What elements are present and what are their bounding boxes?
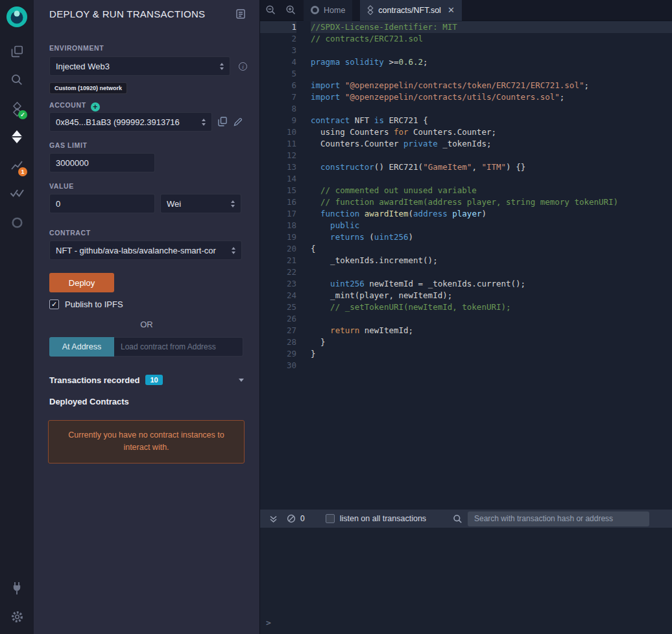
- zoom-out-icon[interactable]: [263, 3, 278, 18]
- code-line[interactable]: contract NFT is ERC721 {: [311, 115, 672, 126]
- line-number: 25: [260, 301, 296, 313]
- publish-ipfs-checkbox[interactable]: ✓: [49, 299, 59, 309]
- contract-label: CONTRACT: [49, 229, 91, 237]
- value-unit-select[interactable]: Wei: [160, 194, 241, 213]
- code-line[interactable]: // function awardItem(address player, st…: [311, 196, 672, 208]
- account-select[interactable]: 0x845...B1aB3 (999992.3913716: [49, 112, 212, 132]
- code-line[interactable]: using Counters for Counters.Counter;: [311, 126, 672, 138]
- analytics-icon[interactable]: [0, 152, 34, 178]
- terminal-search: [453, 511, 649, 526]
- code-line[interactable]: Counters.Counter private _tokenIds;: [311, 138, 672, 150]
- debugger-icon[interactable]: [0, 209, 34, 235]
- nft-tab-label: contracts/NFT.sol: [378, 6, 441, 15]
- code-line[interactable]: _tokenIds.increment();: [311, 255, 672, 266]
- gas-limit-input[interactable]: [49, 153, 155, 172]
- deploy-button[interactable]: Deploy: [49, 273, 114, 292]
- chevron-down-icon[interactable]: [239, 379, 244, 382]
- line-number: 4: [260, 56, 296, 68]
- terminal-search-input[interactable]: [468, 511, 649, 526]
- line-number: 20: [260, 243, 296, 255]
- line-number: 14: [260, 173, 296, 185]
- code-line[interactable]: // commented out unused variable: [311, 185, 672, 196]
- line-number: 23: [260, 278, 296, 290]
- line-number: 10: [260, 126, 296, 138]
- remix-logo[interactable]: [0, 4, 34, 30]
- collapse-terminal-icon[interactable]: [265, 511, 281, 526]
- code-line[interactable]: [311, 313, 672, 325]
- tab-home[interactable]: Home: [304, 0, 352, 21]
- line-number: 9: [260, 115, 296, 126]
- code-line[interactable]: [311, 68, 672, 80]
- code-line[interactable]: //SPDX-License-Identifier: MIT: [311, 21, 672, 33]
- code-line[interactable]: }: [311, 348, 672, 360]
- environment-select[interactable]: Injected Web3: [49, 56, 230, 76]
- contract-select[interactable]: NFT - github/ava-labs/avalanche-smart-co…: [49, 241, 242, 260]
- scenario-doc-icon[interactable]: [236, 9, 245, 19]
- line-number: 15: [260, 185, 296, 196]
- remix-logo-icon: [5, 5, 29, 29]
- close-tab-icon[interactable]: ✕: [448, 5, 455, 15]
- terminal-log[interactable]: >: [260, 528, 672, 634]
- line-number: 2: [260, 33, 296, 45]
- sign-message-icon[interactable]: [234, 117, 243, 126]
- code-line[interactable]: // _setTokenURI(newItemId, tokenURI);: [311, 301, 672, 313]
- code-line[interactable]: pragma solidity >=0.6.2;: [311, 56, 672, 68]
- code-line[interactable]: [311, 266, 672, 278]
- line-number: 17: [260, 208, 296, 220]
- value-label: VALUE: [49, 182, 74, 190]
- code-line[interactable]: [311, 103, 672, 115]
- at-address-input[interactable]: [114, 337, 243, 357]
- terminal-toolbar: 0 listen on all transactions: [260, 510, 672, 528]
- contract-value: NFT - github/ava-labs/avalanche-smart-co…: [56, 246, 228, 255]
- code-line[interactable]: import "@openzeppelin/contracts/token/ER…: [311, 80, 672, 91]
- code-line[interactable]: {: [311, 243, 672, 255]
- code-line[interactable]: function awardItem(address player): [311, 208, 672, 220]
- deploy-run-icon[interactable]: [0, 124, 34, 150]
- line-number: 5: [260, 68, 296, 80]
- clear-console-icon[interactable]: [283, 511, 299, 526]
- line-number: 1: [260, 21, 296, 33]
- line-number: 12: [260, 150, 296, 161]
- network-badge: Custom (10920) network: [49, 82, 127, 94]
- code-line[interactable]: [311, 173, 672, 185]
- value-input[interactable]: [49, 194, 155, 213]
- code-line[interactable]: _mint(player, newItemId);: [311, 290, 672, 301]
- plugin-manager-icon[interactable]: [0, 575, 34, 601]
- line-number: 6: [260, 80, 296, 91]
- transactions-recorded-row[interactable]: Transactions recorded 10: [49, 375, 244, 385]
- line-number: 3: [260, 45, 296, 56]
- code-line[interactable]: import "@openzeppelin/contracts/utils/Co…: [311, 91, 672, 103]
- environment-info-icon[interactable]: i: [239, 62, 247, 71]
- code-line[interactable]: // contracts/ERC721.sol: [311, 33, 672, 45]
- zoom-in-icon[interactable]: [283, 3, 298, 18]
- code-line[interactable]: returns (uint256): [311, 231, 672, 243]
- unit-testing-icon[interactable]: [0, 180, 34, 205]
- publish-ipfs-row: ✓ Publish to IPFS: [49, 299, 123, 309]
- code-editor[interactable]: 1234567891011121314151617181920212223242…: [260, 21, 672, 510]
- code-line[interactable]: constructor() ERC721("GameItem", "ITM") …: [311, 161, 672, 173]
- code-line[interactable]: [311, 45, 672, 56]
- code-line[interactable]: }: [311, 336, 672, 348]
- home-tab-label: Home: [324, 6, 345, 15]
- line-number: 16: [260, 196, 296, 208]
- line-number: 11: [260, 138, 296, 150]
- code-line[interactable]: [311, 150, 672, 161]
- search-icon[interactable]: [0, 67, 34, 93]
- code-line[interactable]: public: [311, 220, 672, 231]
- line-number: 18: [260, 220, 296, 231]
- at-address-button[interactable]: At Address: [49, 337, 114, 357]
- code-line[interactable]: return newItemId;: [311, 325, 672, 336]
- select-chevrons-icon: [220, 63, 224, 70]
- line-number: 28: [260, 336, 296, 348]
- code-line[interactable]: uint256 newItemId = _tokenIds.current();: [311, 278, 672, 290]
- copy-account-icon[interactable]: [218, 117, 227, 126]
- add-account-icon[interactable]: +: [91, 102, 100, 112]
- at-address-row: At Address: [49, 337, 243, 357]
- editor-code[interactable]: //SPDX-License-Identifier: MIT// contrac…: [311, 21, 672, 510]
- solidity-compiler-icon[interactable]: [0, 96, 34, 122]
- listen-transactions-checkbox[interactable]: [326, 514, 335, 523]
- file-explorer-icon[interactable]: [0, 38, 34, 64]
- code-line[interactable]: [311, 360, 672, 371]
- settings-gear-icon[interactable]: [0, 604, 34, 629]
- tab-nft-sol[interactable]: contracts/NFT.sol ✕: [360, 0, 461, 21]
